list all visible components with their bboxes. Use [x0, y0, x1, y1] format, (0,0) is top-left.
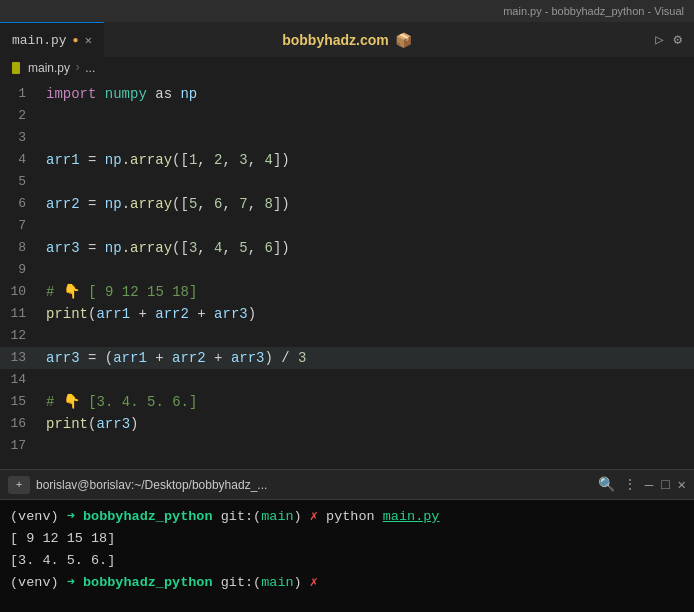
- line-code: import numpy as np: [42, 83, 197, 105]
- line-code: [42, 435, 54, 457]
- line-number: 8: [0, 237, 42, 259]
- line-code: [42, 171, 54, 193]
- code-line: 2: [0, 105, 694, 127]
- code-line: 16print(arr3): [0, 413, 694, 435]
- terminal-maximize-icon[interactable]: □: [661, 477, 669, 493]
- line-code: [42, 325, 54, 347]
- terminal-line: (venv) ➜ bobbyhadz_python git:(main) ✗: [10, 572, 684, 594]
- run-icon[interactable]: ▷: [655, 31, 663, 48]
- window-title: main.py - bobbyhadz_python - Visual: [503, 5, 684, 17]
- line-number: 3: [0, 127, 42, 149]
- code-line: 4arr1 = np.array([1, 2, 3, 4]): [0, 149, 694, 171]
- line-number: 5: [0, 171, 42, 193]
- terminal-controls: 🔍 ⋮ — □ ✕: [598, 476, 686, 493]
- breadcrumb-path: ...: [85, 61, 95, 75]
- line-number: 2: [0, 105, 42, 127]
- line-code: print(arr3): [42, 413, 138, 435]
- terminal-search-icon[interactable]: 🔍: [598, 476, 615, 493]
- line-number: 4: [0, 149, 42, 171]
- settings-icon[interactable]: ⚙: [674, 31, 682, 48]
- line-number: 6: [0, 193, 42, 215]
- terminal-line: [3. 4. 5. 6.]: [10, 550, 684, 572]
- code-line: 3: [0, 127, 694, 149]
- line-number: 17: [0, 435, 42, 457]
- code-line: 5: [0, 171, 694, 193]
- terminal-line: (venv) ➜ bobbyhadz_python git:(main) ✗ p…: [10, 506, 684, 528]
- breadcrumb-file: main.py: [28, 61, 70, 75]
- code-line: 9: [0, 259, 694, 281]
- svg-rect-0: [12, 62, 20, 74]
- line-code: [42, 369, 54, 391]
- code-line: 13arr3 = (arr1 + arr2 + arr3) / 3: [0, 347, 694, 369]
- terminal-panel: + borislav@borislav:~/Desktop/bobbyhadz_…: [0, 469, 694, 612]
- terminal-minimize-icon[interactable]: —: [645, 477, 653, 493]
- site-name: bobbyhadz.com: [282, 32, 389, 48]
- tab-modified-dot: ●: [73, 35, 79, 46]
- code-line: 1import numpy as np: [0, 83, 694, 105]
- code-line: 14: [0, 369, 694, 391]
- code-line: 8arr3 = np.array([3, 4, 5, 6]): [0, 237, 694, 259]
- terminal-add-icon[interactable]: +: [8, 476, 30, 494]
- line-number: 15: [0, 391, 42, 413]
- line-code: print(arr1 + arr2 + arr3): [42, 303, 256, 325]
- breadcrumb: main.py › ...: [0, 57, 694, 79]
- code-line: 11print(arr1 + arr2 + arr3): [0, 303, 694, 325]
- title-bar: main.py - bobbyhadz_python - Visual: [0, 0, 694, 22]
- line-code: arr1 = np.array([1, 2, 3, 4]): [42, 149, 290, 171]
- line-number: 9: [0, 259, 42, 281]
- tab-close-button[interactable]: ✕: [85, 33, 92, 48]
- tab-filename: main.py: [12, 33, 67, 48]
- terminal-title: borislav@borislav:~/Desktop/bobbyhadz_..…: [36, 478, 592, 492]
- line-number: 16: [0, 413, 42, 435]
- file-icon: [10, 61, 24, 75]
- code-line: 15# 👇 [3. 4. 5. 6.]: [0, 391, 694, 413]
- line-code: [42, 127, 54, 149]
- code-line: 7: [0, 215, 694, 237]
- terminal-more-icon[interactable]: ⋮: [623, 476, 637, 493]
- tab-right-controls: ▷ ⚙: [655, 31, 694, 48]
- line-code: # 👇 [3. 4. 5. 6.]: [42, 391, 197, 413]
- file-tab[interactable]: main.py ● ✕: [0, 22, 104, 57]
- code-line: 17: [0, 435, 694, 457]
- terminal-tab-bar: + borislav@borislav:~/Desktop/bobbyhadz_…: [0, 470, 694, 500]
- line-number: 1: [0, 83, 42, 105]
- terminal-body: (venv) ➜ bobbyhadz_python git:(main) ✗ p…: [0, 500, 694, 612]
- site-branding: bobbyhadz.com 📦: [282, 32, 412, 48]
- line-number: 14: [0, 369, 42, 391]
- line-code: [42, 215, 54, 237]
- line-code: [42, 259, 54, 281]
- line-code: arr3 = np.array([3, 4, 5, 6]): [42, 237, 290, 259]
- line-number: 11: [0, 303, 42, 325]
- tab-bar: main.py ● ✕ bobbyhadz.com 📦 ▷ ⚙: [0, 22, 694, 57]
- code-line: 6arr2 = np.array([5, 6, 7, 8]): [0, 193, 694, 215]
- terminal-close-icon[interactable]: ✕: [678, 476, 686, 493]
- line-number: 12: [0, 325, 42, 347]
- line-code: arr2 = np.array([5, 6, 7, 8]): [42, 193, 290, 215]
- code-line: 12: [0, 325, 694, 347]
- breadcrumb-sep: ›: [74, 61, 81, 75]
- site-icon: 📦: [395, 32, 412, 48]
- line-number: 10: [0, 281, 42, 303]
- code-line: 10# 👇 [ 9 12 15 18]: [0, 281, 694, 303]
- terminal-line: [ 9 12 15 18]: [10, 528, 684, 550]
- line-code: # 👇 [ 9 12 15 18]: [42, 281, 197, 303]
- line-number: 13: [0, 347, 42, 369]
- code-editor[interactable]: 1import numpy as np2 3 4arr1 = np.array(…: [0, 79, 694, 469]
- line-code: [42, 105, 54, 127]
- line-number: 7: [0, 215, 42, 237]
- line-code: arr3 = (arr1 + arr2 + arr3) / 3: [42, 347, 307, 369]
